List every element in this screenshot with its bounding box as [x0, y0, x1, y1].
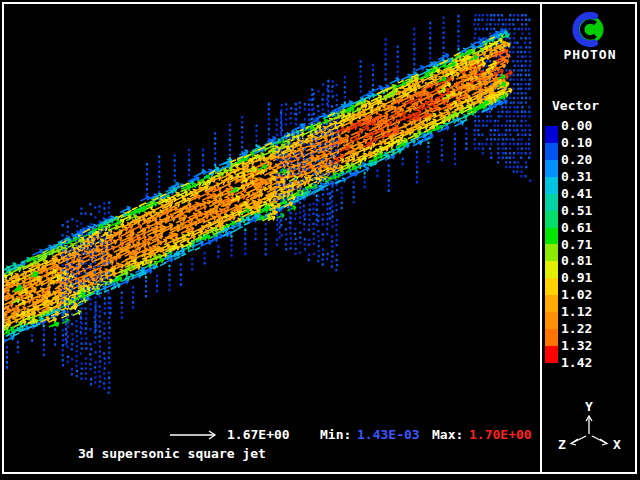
legend-level-label: 0.81: [561, 254, 592, 268]
legend-level-label: 0.71: [561, 238, 592, 252]
legend-level-label: 1.12: [561, 305, 592, 319]
photon-logo-icon: [569, 10, 610, 50]
legend-color-band: [545, 244, 558, 261]
max-label: Max:: [432, 428, 463, 442]
legend-color-band: [545, 228, 558, 245]
legend-color-band: [545, 295, 558, 312]
legend-colorbar: [545, 126, 558, 363]
legend-level-label: 0.20: [561, 153, 592, 167]
legend-level-label: 0.41: [561, 187, 592, 201]
legend-color-band: [545, 329, 558, 346]
max-value: 1.70E+00: [469, 428, 532, 442]
triad-z-label: Z: [558, 437, 566, 452]
plot-sidebar-divider: [540, 2, 542, 474]
legend-color-band: [545, 143, 558, 160]
legend-color-band: [545, 261, 558, 278]
legend-color-band: [545, 211, 558, 228]
app-name: PHOTON: [543, 48, 637, 62]
triad-x-label: X: [613, 437, 621, 452]
legend-color-band: [545, 278, 558, 295]
legend-level-label: 1.22: [561, 322, 592, 336]
min-value: 1.43E-03: [357, 428, 420, 442]
min-label: Min:: [320, 428, 351, 442]
axes-triad-icon: Y Z X: [552, 398, 632, 456]
legend-color-band: [545, 126, 558, 143]
legend-color-band: [545, 312, 558, 329]
photon-window: 1.67E+00 Min: 1.43E-03 Max: 1.70E+00 3d …: [0, 0, 640, 480]
legend-level-label: 0.91: [561, 271, 592, 285]
reference-arrow-icon: [168, 429, 222, 441]
window-border-left: [2, 2, 4, 474]
plot-title: 3d supersonic square jet: [78, 447, 266, 461]
window-border-right: [635, 2, 637, 474]
legend-level-label: 1.02: [561, 288, 592, 302]
legend-level-label: 0.61: [561, 221, 592, 235]
vector-field-plot[interactable]: [0, 0, 640, 480]
legend-level-label: 0.10: [561, 136, 592, 150]
legend-level-label: 1.32: [561, 339, 592, 353]
legend-level-label: 0.00: [561, 119, 592, 133]
legend-title: Vector: [552, 99, 599, 113]
legend-level-label: 0.51: [561, 204, 592, 218]
triad-y-label: Y: [585, 399, 593, 414]
legend-color-band: [545, 194, 558, 211]
legend-color-band: [545, 177, 558, 194]
legend-level-label: 0.31: [561, 170, 592, 184]
legend-color-band: [545, 346, 558, 363]
legend-level-label: 1.42: [561, 356, 592, 370]
reference-value: 1.67E+00: [227, 428, 290, 442]
legend-color-band: [545, 160, 558, 177]
legend-labels: 0.000.100.200.310.410.510.610.710.810.91…: [561, 126, 605, 366]
